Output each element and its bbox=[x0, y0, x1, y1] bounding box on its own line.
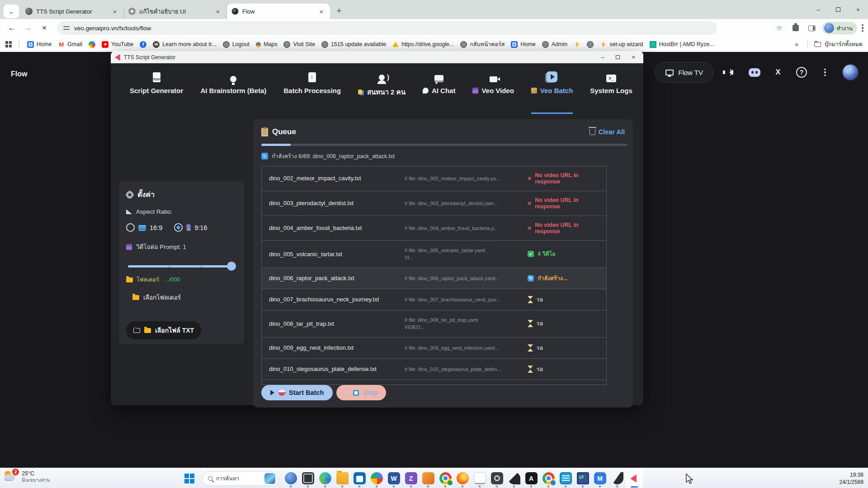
radio-selected[interactable] bbox=[174, 223, 183, 232]
bookmark-item[interactable] bbox=[584, 39, 597, 50]
queue-row[interactable]: dino_004_amber_fossil_bacteria.txt # fil… bbox=[262, 216, 606, 241]
taskbar-app[interactable] bbox=[540, 468, 557, 488]
taskbar-app[interactable] bbox=[385, 468, 402, 488]
site-settings-icon[interactable] bbox=[63, 25, 70, 31]
app-maximize-button[interactable] bbox=[616, 55, 620, 59]
discord-icon[interactable] bbox=[749, 66, 760, 78]
x-twitter-icon[interactable]: X bbox=[772, 66, 784, 78]
search-highlight-thumbnail[interactable] bbox=[264, 473, 275, 484]
taskbar-app[interactable] bbox=[557, 468, 574, 488]
taskbar-app[interactable] bbox=[574, 468, 591, 488]
tab-two-person-chat[interactable]: สนทนา 2 คน bbox=[358, 70, 406, 114]
aspect-16-9-option[interactable]: 16:9 bbox=[126, 223, 162, 232]
tab-batch-processing[interactable]: Batch Processing bbox=[283, 70, 341, 114]
bookmark-item[interactable]: YouTube bbox=[99, 39, 137, 50]
taskbar-app[interactable] bbox=[488, 468, 505, 488]
browser-tab-active[interactable]: Flow × bbox=[227, 4, 330, 19]
weather-widget[interactable]: 2 25°C มีเมฆบางส่วน bbox=[4, 470, 50, 483]
queue-row[interactable]: dino_003_pterodactyl_dentist.txt # file:… bbox=[262, 191, 606, 216]
taskbar-app[interactable] bbox=[368, 468, 385, 488]
minimize-button[interactable]: – bbox=[808, 0, 828, 19]
bookmarks-overflow-chevron[interactable]: » bbox=[792, 41, 801, 48]
app-icon[interactable] bbox=[422, 472, 434, 484]
app-minimize-button[interactable]: – bbox=[601, 54, 604, 61]
app-icon[interactable] bbox=[508, 472, 520, 484]
app-title-bar[interactable]: TTS Script Generator – × bbox=[111, 51, 643, 63]
browser-menu-icon[interactable] bbox=[862, 24, 863, 32]
bookmark-item[interactable]: Home bbox=[508, 39, 538, 50]
taskbar-app[interactable] bbox=[609, 468, 626, 488]
queue-row[interactable]: dino_006_raptor_pack_attack.txt # file: … bbox=[262, 268, 606, 289]
taskbar-app[interactable] bbox=[471, 468, 488, 488]
taskbar-app[interactable] bbox=[591, 468, 609, 488]
profile-chip[interactable]: ทำงาน bbox=[822, 22, 857, 34]
app-icon[interactable] bbox=[594, 472, 606, 484]
app-icon[interactable] bbox=[560, 472, 572, 484]
bookmark-item[interactable]: Home bbox=[24, 39, 55, 50]
bookmark-item[interactable]: set-up wizard bbox=[597, 39, 646, 50]
bookmark-item[interactable]: Gmail bbox=[55, 39, 85, 50]
stop-loading-button[interactable]: × bbox=[37, 21, 52, 35]
tab-close-icon[interactable]: × bbox=[214, 8, 222, 15]
tab-veo-batch[interactable]: Veo Batch bbox=[531, 70, 573, 114]
bookmark-item[interactable]: Admin bbox=[539, 39, 571, 50]
user-avatar[interactable] bbox=[843, 65, 858, 80]
taskbar-app[interactable] bbox=[420, 468, 437, 488]
more-options-icon[interactable] bbox=[819, 66, 831, 78]
tab-ai-brainstorm[interactable]: AI Brainstorm (Beta) bbox=[200, 70, 266, 114]
start-batch-button[interactable]: Start Batch bbox=[261, 385, 333, 400]
tab-search-button[interactable]: ⌄ bbox=[4, 5, 19, 18]
taskbar-app[interactable] bbox=[437, 468, 454, 488]
tab-close-icon[interactable]: × bbox=[111, 8, 119, 15]
apps-grid-icon[interactable] bbox=[5, 41, 12, 47]
app-icon[interactable] bbox=[474, 472, 486, 484]
sound-icon[interactable] bbox=[725, 66, 737, 78]
aspect-9-16-option[interactable]: 9:16 bbox=[174, 223, 207, 232]
app-icon[interactable] bbox=[285, 472, 297, 484]
tab-system-logs[interactable]: >_ System Logs bbox=[590, 70, 632, 114]
extensions-icon[interactable] bbox=[790, 22, 802, 34]
app-close-button[interactable]: × bbox=[632, 54, 635, 61]
queue-row[interactable]: dino_009_egg_nest_infection.txt # file: … bbox=[262, 338, 606, 359]
clear-all-button[interactable]: Clear All bbox=[590, 128, 625, 136]
taskbar-app[interactable] bbox=[282, 468, 299, 488]
taskbar-app[interactable] bbox=[351, 468, 368, 488]
taskbar-app[interactable] bbox=[505, 468, 523, 488]
choose-txt-file-button[interactable]: เลือกไฟล์ TXT bbox=[126, 321, 201, 339]
app-icon[interactable] bbox=[302, 472, 314, 484]
app-icon[interactable] bbox=[319, 472, 331, 484]
queue-row[interactable]: dino_008_tar_pit_trap.txt # file: dino_0… bbox=[262, 310, 606, 338]
maximize-button[interactable] bbox=[828, 0, 848, 19]
app-icon[interactable] bbox=[388, 472, 400, 484]
taskbar-app[interactable] bbox=[402, 468, 420, 488]
app-icon[interactable] bbox=[457, 472, 469, 484]
browser-tab-1[interactable]: TTS Script Generator × bbox=[21, 4, 124, 19]
bookmark-item[interactable]: Logout bbox=[220, 39, 253, 50]
bookmark-item[interactable]: HostBrr | AMD Ryze... bbox=[646, 39, 717, 50]
tab-veo-video[interactable]: Veo Video bbox=[472, 70, 514, 114]
app-icon[interactable] bbox=[542, 472, 555, 484]
app-icon[interactable] bbox=[336, 472, 349, 484]
tab-script-generator[interactable]: Script Generator bbox=[130, 70, 183, 114]
taskbar-app[interactable] bbox=[334, 468, 351, 488]
bookmark-star-icon[interactable]: ☆ bbox=[774, 22, 785, 34]
taskbar-search[interactable]: การค้นหา bbox=[202, 471, 278, 486]
bookmark-item[interactable]: https://drive.google... bbox=[389, 39, 457, 49]
taskbar-app[interactable] bbox=[316, 468, 334, 488]
app-icon[interactable] bbox=[525, 472, 538, 484]
start-button[interactable] bbox=[181, 468, 198, 488]
app-icon[interactable] bbox=[611, 472, 623, 484]
choose-folder-button[interactable]: เลือกโฟลเดอร์ bbox=[132, 292, 237, 302]
queue-row[interactable]: dino_007_brachiosaurus_neck_journey.txt … bbox=[262, 289, 606, 310]
bookmark-item[interactable]: Maps bbox=[253, 39, 281, 49]
address-bar[interactable]: veo.genaipro.vn/fx/tools/flow bbox=[57, 21, 717, 35]
app-icon[interactable] bbox=[371, 472, 383, 484]
bookmark-item[interactable]: Learn more about tr... bbox=[150, 39, 220, 50]
queue-list[interactable]: dino_002_meteor_impact_cavity.txt # file… bbox=[261, 166, 607, 385]
bookmark-item[interactable]: 1515 update available bbox=[318, 39, 389, 50]
all-bookmarks-label[interactable]: บุ๊กมาร์กทั้งหมด bbox=[825, 40, 863, 49]
taskbar-clock[interactable]: 19:38 24/1/2569 bbox=[840, 471, 863, 486]
bookmark-item[interactable] bbox=[137, 39, 150, 50]
app-icon[interactable] bbox=[405, 472, 417, 484]
flow-tv-button[interactable]: Flow TV bbox=[655, 62, 713, 83]
